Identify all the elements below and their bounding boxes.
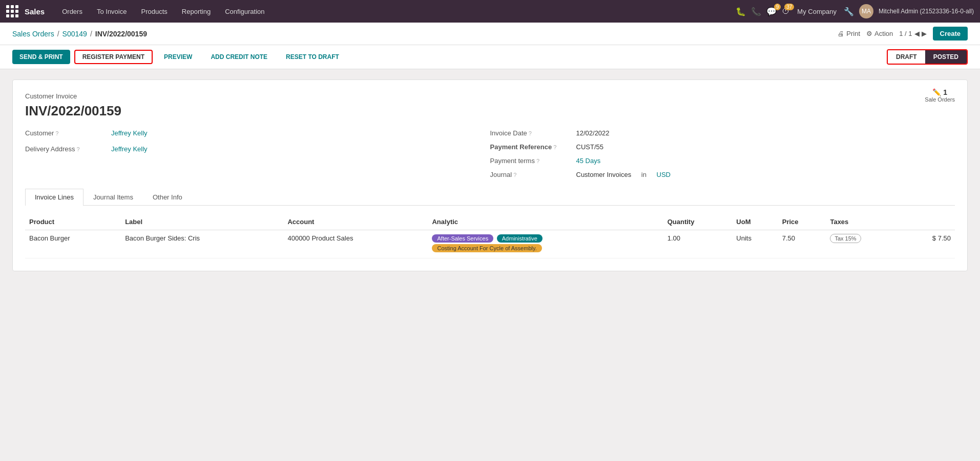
- print-button[interactable]: 🖨 Print: [838, 30, 860, 37]
- delivery-address-field-row: Delivery Address ? Jeffrey Kelly: [25, 145, 490, 153]
- create-button[interactable]: Create: [933, 27, 968, 41]
- prev-icon[interactable]: ◀: [914, 30, 920, 37]
- tab-journal-items[interactable]: Journal Items: [84, 189, 143, 205]
- tab-invoice-lines[interactable]: Invoice Lines: [25, 189, 84, 206]
- customer-help-icon[interactable]: ?: [55, 130, 58, 136]
- invoice-form: Customer ? Jeffrey Kelly Delivery Addres…: [25, 129, 955, 178]
- pagination: 1 / 1 ◀ ▶: [899, 30, 926, 37]
- analytic-tag-administrative[interactable]: Administrative: [497, 234, 543, 243]
- next-icon[interactable]: ▶: [922, 30, 927, 37]
- user-name: Mitchell Admin (21523336-16-0-all): [879, 8, 974, 15]
- breadcrumb-s00149[interactable]: S00149: [62, 30, 87, 38]
- register-payment-button[interactable]: REGISTER PAYMENT: [74, 50, 153, 64]
- form-right: Invoice Date ? 12/02/2022 Payment Refere…: [490, 129, 955, 178]
- user-avatar[interactable]: MA: [859, 4, 873, 18]
- payment-terms-help[interactable]: ?: [536, 158, 539, 164]
- delivery-help-icon[interactable]: ?: [77, 146, 80, 152]
- reset-to-draft-button[interactable]: RESET TO DRAFT: [279, 50, 346, 64]
- action-button[interactable]: ⚙ Action: [866, 30, 893, 37]
- company-name: My Company: [797, 8, 837, 15]
- journal-currency[interactable]: USD: [657, 171, 671, 178]
- row-label: Bacon Burger Sides: Cris: [121, 230, 283, 258]
- customer-value[interactable]: Jeffrey Kelly: [111, 129, 148, 137]
- form-left: Customer ? Jeffrey Kelly Delivery Addres…: [25, 129, 490, 178]
- row-uom: Units: [732, 230, 778, 258]
- payment-reference-value: CUST/55: [576, 143, 603, 151]
- row-quantity: 1.00: [663, 230, 733, 258]
- preview-button[interactable]: PREVIEW: [157, 50, 199, 64]
- delivery-address-value[interactable]: Jeffrey Kelly: [111, 145, 148, 153]
- invoice-number: INV/2022/00159: [25, 103, 955, 119]
- payment-ref-help[interactable]: ?: [553, 144, 556, 150]
- col-analytic: Analytic: [428, 214, 663, 230]
- tax-badge[interactable]: Tax 15%: [830, 234, 861, 243]
- breadcrumb-current: INV/2022/00159: [95, 30, 147, 38]
- nav-configuration[interactable]: Configuration: [219, 0, 270, 23]
- invoice-date-row: Invoice Date ? 12/02/2022: [490, 129, 955, 137]
- journal-in: in: [641, 171, 647, 178]
- action-label: Action: [874, 30, 893, 37]
- col-label: Label: [121, 214, 283, 230]
- payment-reference-label: Payment Reference ?: [490, 143, 572, 151]
- col-taxes: Taxes: [826, 214, 902, 230]
- invoice-type-label: Customer Invoice: [25, 92, 955, 100]
- chat-badge: 9: [774, 4, 781, 10]
- row-product: Bacon Burger: [25, 230, 121, 258]
- invoice-date-label: Invoice Date ?: [490, 129, 572, 137]
- print-icon: 🖨: [838, 30, 844, 37]
- nav-reporting[interactable]: Reporting: [176, 0, 217, 23]
- col-account: Account: [283, 214, 428, 230]
- sale-orders-badge[interactable]: ✏️ 1 Sale Orders: [925, 88, 955, 103]
- edit-icon: ✏️: [932, 88, 941, 96]
- row-analytic: After-Sales Services Administrative Cost…: [428, 230, 663, 258]
- bug-icon[interactable]: 🐛: [736, 7, 746, 16]
- invoice-date-value: 12/02/2022: [576, 129, 610, 137]
- gear-icon: ⚙: [866, 30, 872, 37]
- journal-row: Journal ? Customer Invoices in USD: [490, 171, 955, 178]
- sale-orders-count: 1: [943, 88, 947, 96]
- col-price: Price: [778, 214, 826, 230]
- col-quantity: Quantity: [663, 214, 733, 230]
- col-subtotal: [903, 214, 955, 230]
- sale-orders-label: Sale Orders: [925, 96, 955, 103]
- page-header-right: 🖨 Print ⚙ Action 1 / 1 ◀ ▶ Create: [838, 27, 968, 41]
- customer-label: Customer ?: [25, 129, 107, 137]
- row-subtotal: $ 7.50: [903, 230, 955, 258]
- nav-orders[interactable]: Orders: [56, 0, 89, 23]
- pagination-value: 1 / 1: [899, 30, 912, 37]
- status-bar-container: DRAFT POSTED: [887, 49, 968, 65]
- status-posted-button[interactable]: POSTED: [925, 50, 967, 64]
- delivery-address-label: Delivery Address ?: [25, 145, 107, 153]
- wrench-icon[interactable]: 🔧: [844, 7, 854, 16]
- invoice-lines-table-wrap: Product Label Account Analytic Quantity …: [25, 214, 955, 258]
- timer-badge: 37: [784, 4, 794, 10]
- breadcrumb-sales-orders[interactable]: Sales Orders: [12, 30, 54, 38]
- invoice-date-help[interactable]: ?: [529, 130, 532, 136]
- tab-other-info[interactable]: Other Info: [143, 189, 192, 205]
- app-brand[interactable]: Sales: [25, 7, 45, 16]
- nav-to-invoice[interactable]: To Invoice: [91, 0, 133, 23]
- phone-icon[interactable]: 📞: [751, 7, 761, 16]
- chat-icon[interactable]: 💬9: [766, 7, 777, 16]
- nav-products[interactable]: Products: [135, 0, 173, 23]
- analytic-tag-after-sales[interactable]: After-Sales Services: [432, 234, 493, 243]
- journal-help[interactable]: ?: [513, 172, 516, 178]
- add-credit-note-button[interactable]: ADD CREDIT NOTE: [203, 50, 275, 64]
- page-header: Sales Orders / S00149 / INV/2022/00159 🖨…: [0, 23, 980, 45]
- breadcrumb-sep-2: /: [90, 30, 92, 38]
- send-print-button[interactable]: SEND & PRINT: [12, 50, 70, 64]
- main-content: ✏️ 1 Sale Orders Customer Invoice INV/20…: [0, 69, 980, 458]
- timer-icon[interactable]: ⏱37: [782, 7, 790, 16]
- analytic-tag-costing[interactable]: Costing Account For Cycle of Assembly.: [432, 244, 541, 252]
- row-account: 400000 Product Sales: [283, 230, 428, 258]
- customer-field-row: Customer ? Jeffrey Kelly: [25, 129, 490, 137]
- payment-terms-value[interactable]: 45 Days: [576, 157, 601, 165]
- journal-value: Customer Invoices: [576, 171, 632, 178]
- action-bar: SEND & PRINT REGISTER PAYMENT PREVIEW AD…: [0, 45, 980, 69]
- payment-reference-row: Payment Reference ? CUST/55: [490, 143, 955, 151]
- invoice-tabs: Invoice Lines Journal Items Other Info: [25, 189, 955, 206]
- app-grid-icon[interactable]: [6, 5, 18, 17]
- status-draft-button[interactable]: DRAFT: [888, 50, 925, 64]
- col-uom: UoM: [732, 214, 778, 230]
- top-nav-right: 🐛 📞 💬9 ⏱37 My Company 🔧 MA Mitchell Admi…: [736, 4, 974, 18]
